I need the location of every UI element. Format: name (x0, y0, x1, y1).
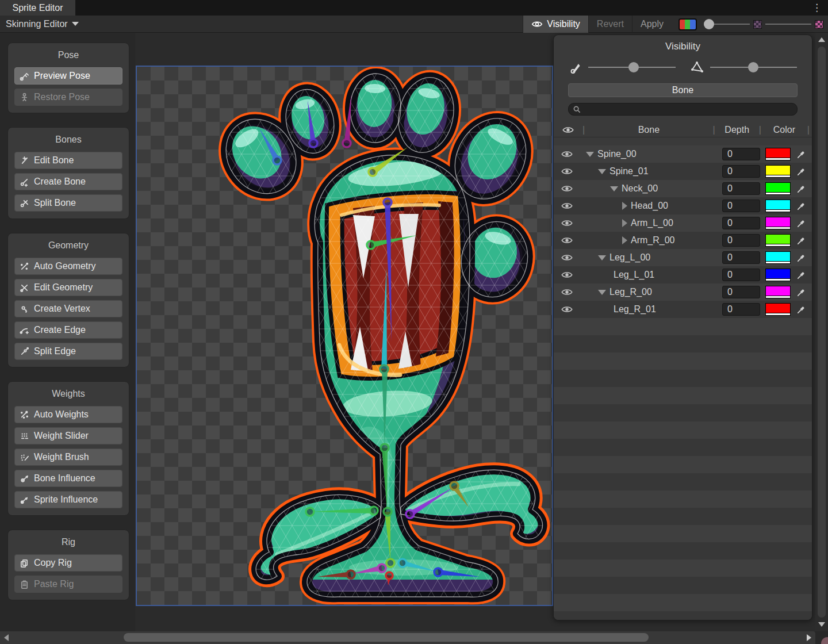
bone-color-swatch[interactable] (765, 165, 791, 178)
auto-geometry-button[interactable]: Auto Geometry (14, 258, 122, 275)
bone-color-swatch[interactable] (765, 217, 791, 229)
column-color[interactable]: Color (762, 125, 806, 135)
bone-color-picker[interactable] (793, 218, 808, 228)
bone-row-spine_01[interactable]: Spine_010 (554, 163, 812, 180)
weight-slider-button[interactable]: Weight Slider (14, 427, 122, 444)
tab-sprite-editor[interactable]: Sprite Editor (0, 0, 75, 16)
scroll-left-icon[interactable] (4, 634, 9, 641)
bone-name[interactable]: Leg_R_00 (610, 287, 652, 297)
eyedropper-icon[interactable] (796, 167, 806, 177)
bone-row-head_00[interactable]: Head_000 (554, 197, 812, 214)
split-bone-button[interactable]: Split Bone (14, 194, 122, 212)
bone-color-picker[interactable] (793, 150, 808, 159)
horizontal-scrollbar-thumb[interactable] (124, 633, 649, 642)
foldout-right-icon[interactable] (622, 202, 627, 210)
alpha-slider-handle[interactable] (704, 19, 714, 29)
eyedropper-icon[interactable] (796, 288, 806, 297)
bone-color-picker[interactable] (793, 201, 808, 211)
bone-color-swatch[interactable] (765, 148, 791, 160)
eye-icon[interactable] (561, 219, 573, 227)
bone-row-leg_l_01[interactable]: Leg_L_010 (554, 266, 812, 283)
auto-weights-button[interactable]: Auto Weights (14, 406, 122, 423)
mesh-opacity-slider-handle[interactable] (748, 62, 758, 72)
bone-color-swatch[interactable] (765, 251, 791, 264)
bone-visibility-eye[interactable] (554, 236, 580, 244)
bone-name[interactable]: Spine_00 (597, 149, 637, 159)
bone-depth-field[interactable]: 0 (722, 165, 760, 178)
bone-visibility-eye[interactable] (554, 271, 580, 279)
eye-icon[interactable] (561, 305, 573, 313)
tab-bone[interactable]: Bone (568, 83, 798, 97)
create-vertex-button[interactable]: Create Vertex (14, 300, 122, 317)
bone-depth-field[interactable]: 0 (722, 286, 760, 298)
bone-depth-field[interactable]: 0 (722, 217, 760, 229)
edit-bone-button[interactable]: Edit Bone (14, 152, 122, 169)
foldout-down-icon[interactable] (610, 186, 618, 191)
bone-visibility-eye[interactable] (554, 150, 580, 158)
bone-influence-button[interactable]: Bone Influence (14, 470, 122, 487)
bone-row-spine_00[interactable]: Spine_000 (554, 145, 812, 163)
mode-dropdown[interactable]: Skinning Editor (0, 16, 85, 33)
bone-name[interactable]: Neck_00 (622, 183, 658, 194)
bone-color-picker[interactable] (793, 236, 808, 246)
bone-row-leg_r_01[interactable]: Leg_R_010 (554, 301, 812, 318)
foldout-down-icon[interactable] (598, 169, 606, 174)
eye-icon[interactable] (561, 254, 573, 262)
bone-color-picker[interactable] (793, 270, 808, 280)
bone-depth-field[interactable]: 0 (722, 182, 760, 195)
bone-color-picker[interactable] (793, 288, 808, 297)
bone-visibility-eye[interactable] (554, 185, 580, 193)
foldout-right-icon[interactable] (622, 236, 627, 244)
eye-icon[interactable] (561, 236, 573, 244)
bone-search-field[interactable] (568, 103, 798, 116)
bone-depth-field[interactable]: 0 (722, 148, 760, 160)
eyedropper-icon[interactable] (796, 236, 806, 246)
bone-name[interactable]: Leg_R_01 (614, 304, 656, 315)
eyedropper-icon[interactable] (796, 305, 806, 315)
rgb-channels-icon[interactable] (678, 18, 697, 30)
bone-color-picker[interactable] (793, 167, 808, 177)
weight-brush-button[interactable]: Weight Brush (14, 448, 122, 466)
sprite-influence-button[interactable]: Sprite Influence (14, 491, 122, 508)
bone-row-arm_r_00[interactable]: Arm_R_000 (554, 232, 812, 249)
bone-color-swatch[interactable] (765, 234, 791, 247)
brightness-slider[interactable] (765, 16, 811, 33)
bone-color-picker[interactable] (793, 184, 808, 194)
bone-name[interactable]: Arm_L_00 (631, 218, 673, 228)
eyedropper-icon[interactable] (796, 184, 806, 194)
eyedropper-icon[interactable] (796, 270, 806, 280)
edit-geometry-button[interactable]: Edit Geometry (14, 279, 122, 296)
column-depth[interactable]: Depth (716, 125, 758, 135)
apply-button[interactable]: Apply (632, 16, 672, 33)
bone-row-neck_00[interactable]: Neck_000 (554, 180, 812, 197)
bone-opacity-slider-handle[interactable] (628, 62, 639, 72)
split-edge-button[interactable]: Split Edge (14, 343, 122, 360)
scroll-right-icon[interactable] (807, 634, 811, 641)
bone-row-leg_r_00[interactable]: Leg_R_000 (554, 283, 812, 301)
bone-visibility-eye[interactable] (554, 219, 580, 227)
bone-opacity-slider[interactable] (588, 62, 676, 73)
paste-rig-button[interactable]: Paste Rig (14, 576, 122, 593)
bone-depth-field[interactable]: 0 (722, 269, 760, 281)
eyedropper-icon[interactable] (796, 150, 806, 159)
bone-color-swatch[interactable] (765, 269, 791, 281)
mesh-opacity-slider[interactable] (710, 62, 798, 73)
bone-color-picker[interactable] (793, 253, 808, 263)
bone-color-swatch[interactable] (765, 286, 791, 298)
eyedropper-icon[interactable] (796, 201, 806, 211)
bone-color-swatch[interactable] (765, 303, 791, 316)
foldout-right-icon[interactable] (622, 219, 627, 227)
bone-visibility-eye[interactable] (554, 167, 580, 175)
bone-depth-field[interactable]: 0 (722, 200, 760, 212)
horizontal-scrollbar[interactable] (0, 631, 815, 644)
bone-visibility-eye[interactable] (554, 254, 580, 262)
sprite-texture-rect[interactable] (136, 66, 553, 606)
eye-icon[interactable] (561, 271, 573, 279)
bone-visibility-eye[interactable] (554, 288, 580, 296)
preview-pose-button[interactable]: Preview Pose (14, 67, 122, 85)
bone-color-swatch[interactable] (765, 200, 791, 212)
bone-name[interactable]: Head_00 (631, 201, 668, 211)
eye-column-icon[interactable] (562, 126, 574, 134)
foldout-down-icon[interactable] (598, 255, 606, 260)
bone-color-swatch[interactable] (765, 182, 791, 195)
